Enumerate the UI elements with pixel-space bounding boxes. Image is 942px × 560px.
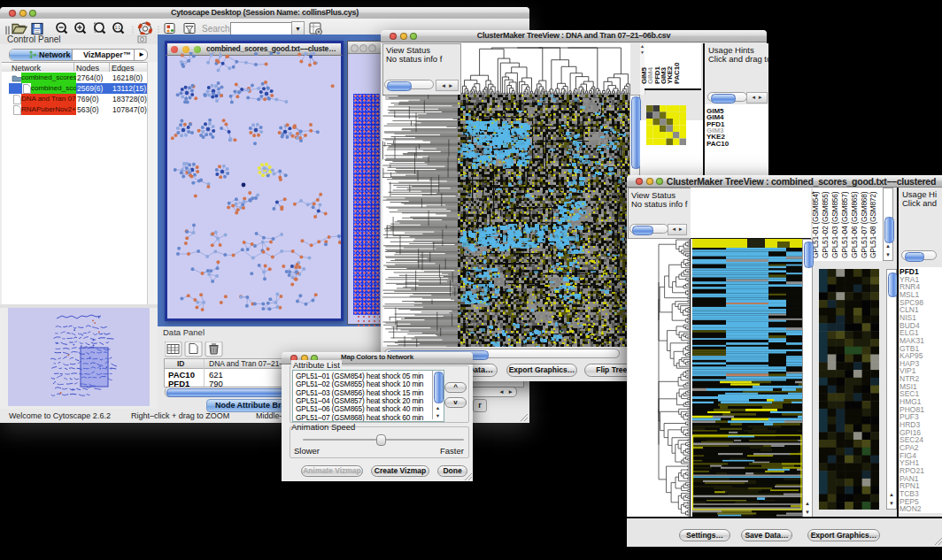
svg-text:1:1: 1:1 bbox=[115, 26, 121, 30]
